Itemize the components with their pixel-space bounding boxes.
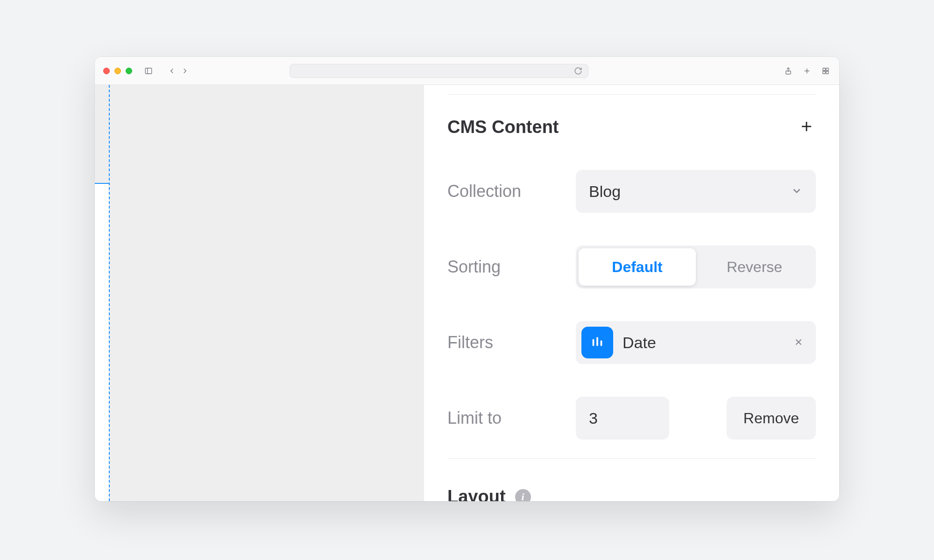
- toolbar-right: [783, 66, 831, 76]
- browser-window: CMS Content Collection Blog: [95, 57, 839, 501]
- divider: [447, 94, 816, 95]
- nav-buttons: [167, 66, 190, 76]
- limit-row: Limit to 3 Remove: [447, 397, 816, 440]
- address-bar[interactable]: [290, 64, 588, 78]
- svg-rect-5: [823, 68, 825, 70]
- layout-section-title: Layout: [447, 487, 506, 501]
- sorting-default-option[interactable]: Default: [579, 248, 696, 286]
- filter-chip[interactable]: Date: [576, 321, 816, 364]
- svg-rect-6: [826, 68, 828, 70]
- info-icon[interactable]: i: [515, 489, 531, 502]
- tabs-overview-icon[interactable]: [821, 66, 831, 76]
- back-button[interactable]: [167, 66, 177, 76]
- svg-rect-0: [145, 68, 152, 74]
- cms-section-header: CMS Content: [447, 117, 816, 137]
- limit-value: 3: [589, 409, 598, 427]
- remove-limit-label: Remove: [743, 410, 799, 427]
- minimize-window-button[interactable]: [114, 68, 121, 74]
- selection-guide-vertical: [109, 85, 110, 501]
- collection-value: Blog: [589, 182, 621, 201]
- sorting-reverse-option[interactable]: Reverse: [696, 248, 813, 286]
- layout-section-header: Layout i: [447, 458, 816, 501]
- canvas-region: [95, 183, 109, 501]
- sorting-row: Sorting Default Reverse: [447, 245, 816, 288]
- forward-button[interactable]: [180, 66, 190, 76]
- content-area: CMS Content Collection Blog: [95, 85, 839, 501]
- limit-input[interactable]: 3: [576, 397, 669, 440]
- close-window-button[interactable]: [103, 68, 110, 74]
- svg-rect-8: [826, 71, 828, 73]
- cms-settings: Collection Blog Sorting: [447, 170, 816, 440]
- remove-limit-button[interactable]: Remove: [727, 397, 816, 440]
- add-content-button[interactable]: [797, 119, 816, 136]
- filter-chip-label: Date: [623, 334, 780, 352]
- share-icon[interactable]: [783, 66, 793, 76]
- filters-row: Filters Date: [447, 321, 816, 364]
- fullscreen-window-button[interactable]: [126, 68, 132, 74]
- titlebar: [95, 57, 839, 85]
- limit-label: Limit to: [447, 408, 576, 428]
- svg-rect-7: [823, 71, 825, 73]
- sorting-segment: Default Reverse: [576, 245, 816, 288]
- collection-dropdown[interactable]: Blog: [576, 170, 816, 213]
- selection-guide-horizontal: [95, 183, 109, 184]
- sidebar-toggle-icon[interactable]: [143, 66, 154, 76]
- filter-type-icon: [581, 327, 613, 358]
- chevron-down-icon: [791, 182, 803, 201]
- collection-label: Collection: [447, 182, 576, 201]
- sorting-label: Sorting: [447, 257, 576, 277]
- collection-row: Collection Blog: [447, 170, 816, 213]
- cms-section-title: CMS Content: [447, 117, 559, 137]
- inspector-panel: CMS Content Collection Blog: [424, 85, 839, 501]
- remove-filter-icon[interactable]: [790, 331, 807, 354]
- window-controls: [103, 68, 132, 74]
- filters-label: Filters: [447, 333, 576, 352]
- canvas-preview[interactable]: [95, 85, 424, 501]
- new-tab-icon[interactable]: [802, 66, 812, 76]
- reload-icon[interactable]: [573, 66, 583, 76]
